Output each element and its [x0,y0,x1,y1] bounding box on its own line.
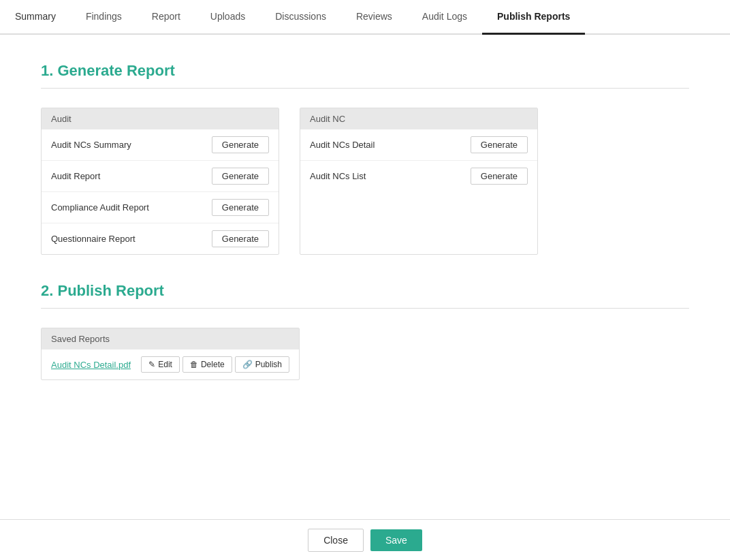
audit-card-row: Audit Report Generate [42,161,279,192]
generate-button[interactable]: Generate [471,168,528,185]
audit-nc-card-header: Audit NC [300,108,537,129]
nav-tab-uploads[interactable]: Uploads [195,0,260,35]
nav-tabs: SummaryFindingsReportUploadsDiscussionsR… [0,0,730,35]
generate-button[interactable]: Generate [212,199,269,216]
save-button[interactable]: Save [370,529,422,551]
saved-report-row: Audit NCs Detail.pdf ✎ Edit 🗑 Delete 🔗 P… [42,349,299,379]
saved-reports-header: Saved Reports [42,328,299,349]
nav-tab-audit-logs[interactable]: Audit Logs [407,0,482,35]
main-content: 1. Generate Report Audit Audit NCs Summa… [0,35,730,510]
nav-tab-report[interactable]: Report [137,0,195,35]
generate-button[interactable]: Generate [212,136,269,153]
delete-icon: 🗑 [190,360,198,369]
audit-row-label: Compliance Audit Report [51,202,149,213]
audit-row-label: Questionnaire Report [51,234,136,244]
nav-tab-summary[interactable]: Summary [0,0,71,35]
audit-nc-card: Audit NC Audit NCs Detail Generate Audit… [300,108,538,255]
generate-cards-row: Audit Audit NCs Summary Generate Audit R… [41,108,689,255]
nav-tab-discussions[interactable]: Discussions [260,0,341,35]
publish-button[interactable]: 🔗 Publish [235,356,289,373]
publish-label: Publish [255,360,282,369]
publish-divider [41,308,689,309]
saved-report-link[interactable]: Audit NCs Detail.pdf [51,360,131,370]
audit-nc-row-label: Audit NCs Detail [310,140,375,150]
saved-report-actions: ✎ Edit 🗑 Delete 🔗 Publish [141,356,289,373]
delete-button[interactable]: 🗑 Delete [182,356,232,373]
generate-button[interactable]: Generate [471,136,528,153]
audit-card-header: Audit [42,108,279,129]
edit-label: Edit [158,360,172,369]
audit-card-row: Questionnaire Report Generate [42,223,279,254]
generate-divider [41,88,689,89]
audit-nc-row-label: Audit NCs List [310,171,366,181]
audit-nc-card-row: Audit NCs Detail Generate [300,129,537,161]
audit-card-row: Compliance Audit Report Generate [42,192,279,223]
audit-nc-card-row: Audit NCs List Generate [300,161,537,191]
footer: Close Save [0,519,730,560]
audit-card-row: Audit NCs Summary Generate [42,129,279,161]
edit-icon: ✎ [148,360,155,369]
audit-row-label: Audit NCs Summary [51,140,131,150]
publish-icon: 🔗 [242,360,253,369]
generate-report-title: 1. Generate Report [41,62,689,80]
edit-button[interactable]: ✎ Edit [141,356,180,373]
publish-report-title: 2. Publish Report [41,282,689,300]
generate-button[interactable]: Generate [212,168,269,185]
audit-row-label: Audit Report [51,171,100,181]
nav-tab-publish-reports[interactable]: Publish Reports [482,0,585,35]
generate-button[interactable]: Generate [212,230,269,247]
nav-tab-reviews[interactable]: Reviews [341,0,407,35]
saved-reports-card: Saved Reports Audit NCs Detail.pdf ✎ Edi… [41,328,300,380]
close-button[interactable]: Close [308,529,364,552]
nav-tab-findings[interactable]: Findings [71,0,137,35]
delete-label: Delete [201,360,225,369]
audit-card: Audit Audit NCs Summary Generate Audit R… [41,108,279,255]
